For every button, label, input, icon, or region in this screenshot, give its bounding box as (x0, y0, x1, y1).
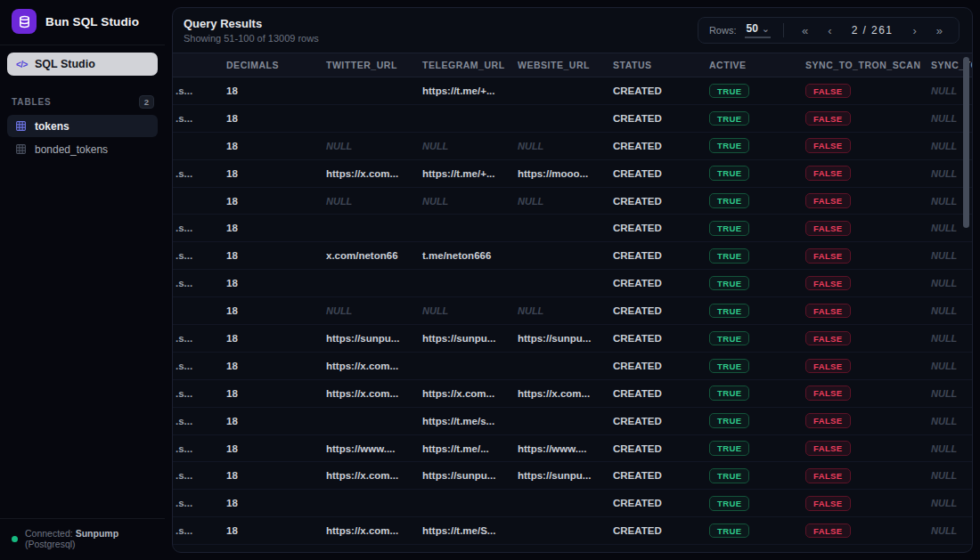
table-row[interactable]: .s...18https://x.com...https://t.me/S...… (173, 517, 972, 545)
cell-telegram_url: NULL (412, 141, 507, 151)
cell-twitter_url: https://x.com... (315, 168, 412, 179)
first-page-button[interactable]: « (796, 25, 813, 37)
sync-false-badge: FALSE (805, 523, 851, 539)
sync-false-badge: FALSE (805, 166, 851, 181)
cell-telegram_url: https://t.me/S... (412, 525, 507, 536)
cell-sync_to_tron_scan: FALSE (795, 359, 920, 374)
cell-sync_to_tron_scan: FALSE (795, 496, 920, 511)
cell-img: .s... (173, 250, 216, 261)
table-row[interactable]: .s...18https://x.com...https://sunpu...h… (173, 462, 972, 490)
cell-img: .s... (173, 168, 216, 179)
column-header-sync_to_tron_scan[interactable]: SYNC_TO_TRON_SCAN (795, 60, 920, 70)
sync-false-badge: FALSE (805, 84, 851, 99)
cell-decimals: 18 (216, 85, 315, 96)
table-row[interactable]: .s...18CREATEDTRUEFALSENULL (173, 490, 972, 517)
pagination-bar: Rows: 50 ⌄ « ‹ 2 / 261 › » (698, 17, 960, 44)
last-page-button[interactable]: » (931, 25, 948, 37)
nav-sql-studio-button[interactable]: </> SQL Studio (7, 53, 158, 76)
column-header-status[interactable]: STATUS (602, 60, 698, 70)
cell-telegram_url: https://t.me/s... (412, 416, 507, 426)
table-row[interactable]: .s...18CREATEDTRUEFALSENULL (173, 270, 972, 297)
active-true-badge: TRUE (709, 304, 749, 319)
column-header-twitter_url[interactable]: TWITTER_URL (315, 60, 412, 70)
cell-status: CREATED (602, 361, 698, 371)
prev-page-button[interactable]: ‹ (822, 25, 837, 37)
table-row[interactable]: .s...18CREATEDTRUEFALSENULL (173, 105, 972, 133)
cell-active: TRUE (698, 496, 795, 511)
table-row[interactable]: .s...18https://t.me/+...CREATEDTRUEFALSE… (173, 77, 972, 105)
sync-false-badge: FALSE (805, 138, 851, 153)
column-header-website_url[interactable]: WEBSITE_URL (507, 60, 602, 70)
active-true-badge: TRUE (709, 138, 749, 153)
cell-decimals: 18 (216, 113, 315, 124)
cell-website_url: https://www.... (507, 443, 602, 454)
next-page-button[interactable]: › (907, 25, 921, 37)
cell-active: TRUE (698, 111, 795, 126)
cell-status: CREATED (602, 333, 698, 344)
rows-per-page-select[interactable]: 50 ⌄ (745, 22, 771, 38)
active-true-badge: TRUE (709, 523, 749, 539)
cell-decimals: 18 (216, 168, 315, 179)
null-value: NULL (931, 223, 957, 233)
column-header-decimals[interactable]: DECIMALS (216, 60, 315, 70)
cell-active: TRUE (698, 359, 795, 374)
cell-status: CREATED (602, 223, 698, 233)
code-icon: </> (16, 60, 28, 69)
table-row[interactable]: .s...18https://sunpu...https://sunpu...h… (173, 325, 972, 353)
table-row[interactable]: .s...18x.com/neton66t.me/neton666CREATED… (173, 242, 972, 270)
table-row[interactable]: .s...18https://x.com...CREATEDTRUEFALSEN… (173, 353, 972, 380)
cell-sync_to_tron_scan: FALSE (795, 276, 920, 291)
table-row[interactable]: .s...18https://t.me/s...CREATEDTRUEFALSE… (173, 408, 972, 435)
null-value: NULL (518, 141, 543, 151)
null-value: NULL (326, 141, 352, 151)
cell-website_url: NULL (507, 305, 602, 316)
page-indicator: 2 / 261 (846, 24, 899, 37)
cell-status: CREATED (602, 416, 698, 426)
table-item-label: bonded_tokens (35, 143, 108, 156)
cell-website_url: https://sunpu... (507, 470, 602, 481)
column-header-active[interactable]: ACTIVE (698, 60, 795, 70)
cell-telegram_url: https://sunpu... (412, 470, 507, 481)
cell-decimals: 18 (216, 361, 315, 371)
cell-sync_to_tron_scan: FALSE (795, 193, 920, 208)
cell-sync_to_tron_scan: FALSE (795, 138, 920, 153)
sync-false-badge: FALSE (805, 276, 851, 291)
null-value: NULL (326, 196, 352, 207)
cell-decimals: 18 (216, 525, 315, 536)
sidebar-table-item-tokens[interactable]: tokens (7, 115, 158, 137)
cell-decimals: 18 (216, 305, 315, 316)
active-true-badge: TRUE (709, 276, 749, 291)
cell-sync_to: NULL (920, 443, 973, 454)
column-header-telegram_url[interactable]: TELEGRAM_URL (412, 60, 507, 70)
table-row[interactable]: .s...18https://www....https://t.me/...ht… (173, 435, 972, 463)
cell-sync_to: NULL (920, 388, 973, 399)
cell-active: TRUE (698, 468, 795, 483)
cell-img: .s... (173, 416, 216, 426)
cell-status: CREATED (602, 113, 698, 124)
table-row[interactable]: 18NULLNULLNULLCREATEDTRUEFALSENULL (173, 297, 972, 325)
null-value: NULL (931, 278, 957, 288)
cell-status: CREATED (602, 85, 698, 96)
pager-divider (783, 23, 784, 37)
null-value: NULL (422, 305, 448, 316)
results-title: Query Results (184, 17, 319, 30)
sync-false-badge: FALSE (805, 496, 851, 511)
vertical-scrollbar[interactable] (963, 57, 969, 228)
cell-status: CREATED (602, 388, 698, 399)
cell-website_url: NULL (507, 141, 602, 151)
cell-sync_to_tron_scan: FALSE (795, 304, 920, 319)
table-item-label: tokens (35, 120, 69, 133)
table-row[interactable]: .s...18https://x.com...https://x.com...h… (173, 380, 972, 408)
table-row[interactable]: 18NULLNULLNULLCREATEDTRUEFALSENULL (173, 133, 972, 160)
cell-telegram_url: https://sunpu... (412, 333, 507, 344)
cell-sync_to_tron_scan: FALSE (795, 84, 920, 99)
sync-false-badge: FALSE (805, 331, 851, 346)
table-row[interactable]: 18NULLNULLNULLCREATEDTRUEFALSENULL (173, 188, 972, 215)
null-value: NULL (931, 498, 957, 508)
cell-twitter_url: NULL (315, 305, 412, 316)
active-true-badge: TRUE (709, 468, 749, 483)
table-row[interactable]: .s...18CREATEDTRUEFALSENULL (173, 215, 972, 242)
table-row[interactable]: .s...18https://x.com...https://t.me/+...… (173, 160, 972, 188)
sidebar-table-item-bonded_tokens[interactable]: bonded_tokens (7, 138, 158, 160)
cell-decimals: 18 (216, 388, 315, 399)
